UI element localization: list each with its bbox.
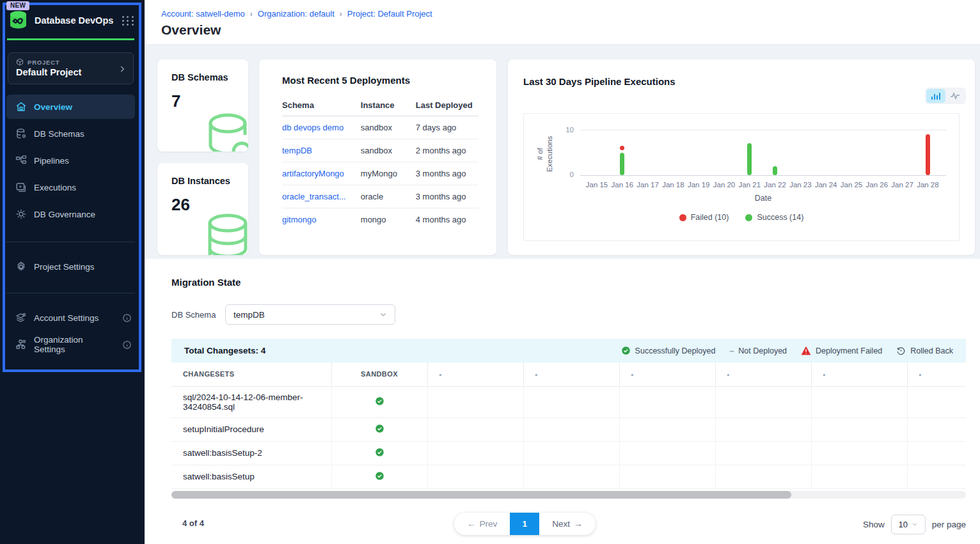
pagination-row: 4 of 4 ←Prev 1 Next→ Show 10 per page [171,513,966,536]
sidebar-item-executions[interactable]: Executions [6,175,135,199]
chart-type-toggle [925,88,966,104]
sidebar-item-label: Account Settings [34,313,99,323]
schema-link[interactable]: oracle_transact... [282,192,346,201]
chevron-right-icon: › [250,10,253,19]
sidebar-item-db-governance[interactable]: DB Governance [6,202,135,226]
sidebar-item-project-settings[interactable]: Project Settings [6,254,135,279]
y-tick-label: 10 [524,126,574,134]
pulse-line-icon [950,92,960,100]
sidebar-item-label: Project Settings [34,262,95,272]
info-icon[interactable] [122,313,132,323]
prev-page-button[interactable]: ←Prev [454,513,510,535]
sidebar-item-label: DB Governance [34,210,95,219]
column-header: - [619,362,715,386]
page-header: Account: satwell-demo › Organization: de… [145,0,980,45]
schema-link[interactable]: db devops demo [282,123,344,132]
status-legend: Successfully Deployed – Not Deployed Dep… [621,346,953,355]
check-circle-icon [375,471,384,481]
chevron-down-icon [912,521,918,527]
layers-gear-icon [15,312,27,323]
chevron-right-icon [118,65,127,74]
scrollbar-thumb[interactable] [171,491,791,499]
check-circle-icon [375,396,384,406]
table-row: db devops demo sandbox 7 days ago [282,116,478,139]
pipeline-executions-card: Last 30 Days Pipeline Executions # ofExe… [508,59,975,255]
x-tick-label: Jan 24 [812,181,840,189]
card-title: Most Recent 5 Deployments [282,75,478,86]
sidebar-item-account-settings[interactable]: Account Settings [6,306,138,330]
horizontal-scrollbar [171,491,966,499]
table-row: artifactoryMongo myMongo 3 months ago [282,162,478,185]
db-schema-label: DB Schema [171,310,225,320]
sidebar-accent-divider [7,38,134,40]
sidebar-item-organization-settings[interactable]: Organization Settings [6,332,138,357]
breadcrumb: Account: satwell-demo › Organization: de… [161,9,980,19]
bar-chart-icon [931,93,941,100]
per-page-label: per page [932,520,966,529]
legend-successfully-deployed: Successfully Deployed [621,346,716,355]
changesets-table: CHANGESETS SANDBOX - - - - - - sql/2024-… [171,362,966,489]
sidebar-item-pipelines[interactable]: Pipelines [6,148,135,173]
gear-icon [15,208,27,220]
x-tick-label: Jan 19 [684,181,713,189]
db-instances-card[interactable]: DB Instances 26 [157,163,248,255]
legend-item-success: Success (14) [745,213,803,222]
section-title: Migration State [171,277,966,288]
project-label: PROJECT [28,59,59,66]
breadcrumb-organization[interactable]: Organization: default [258,9,335,19]
line-chart-toggle-button[interactable] [945,89,965,103]
legend-not-deployed: – Not Deployed [729,346,787,355]
check-circle-icon [375,447,384,457]
changeset-row: satwell:basisSetup [171,465,966,488]
database-icon [15,128,27,139]
database-stack-icon [198,209,248,255]
sidebar-item-label: Executions [34,183,76,192]
table-row: gitmongo mongo 4 months ago [282,208,478,231]
breadcrumb-account[interactable]: Account: satwell-demo [161,9,245,19]
changesets-table-wrap: CHANGESETS SANDBOX - - - - - - sql/2024-… [171,362,966,489]
column-header: - [715,362,811,386]
legend-deployment-failed: Deployment Failed [801,346,882,355]
warning-triangle-icon [801,346,811,355]
y-tick-label: 0 [524,171,574,178]
breadcrumb-project[interactable]: Project: Default Project [347,9,432,19]
x-tick-label: Jan 28 [913,181,942,189]
x-axis-line [580,175,946,176]
column-header: - [907,362,966,386]
selected-schema: tempDB [233,310,265,320]
schema-link[interactable]: tempDB [282,146,312,155]
column-header: - [811,362,907,386]
home-icon [15,101,27,113]
changeset-name: satwell:basisSetup [171,465,331,488]
sidebar-item-overview[interactable]: Overview [6,95,135,119]
app-switcher-icon[interactable] [122,14,134,27]
changeset-name: satwell:basisSetup-2 [171,441,331,465]
stat-title: DB Schemas [171,72,248,82]
info-icon[interactable] [122,340,132,350]
db-schemas-card[interactable]: DB Schemas 7 [157,59,248,152]
success-bar [773,166,777,175]
gear-icon [15,261,27,272]
current-page-button[interactable]: 1 [510,513,539,535]
project-selector[interactable]: PROJECT Default Project [8,52,134,84]
sidebar-item-db-schemas[interactable]: DB Schemas [6,121,135,146]
chevron-right-icon: › [340,10,342,19]
bar-chart-toggle-button[interactable] [926,89,945,103]
org-chart-gear-icon [15,339,27,350]
x-tick-label: Jan 17 [634,181,662,189]
app-title: Database DevOps [35,15,122,26]
table-row: oracle_transact... oracle 3 months ago [282,185,478,208]
schema-link[interactable]: artifactoryMongo [282,169,344,178]
schema-link[interactable]: gitmongo [282,215,316,224]
x-tick-label: Jan 26 [863,181,891,189]
last-deployed-cell: 4 months ago [416,208,478,231]
db-schema-select[interactable]: tempDB [225,304,395,325]
column-header: - [427,362,523,386]
next-page-button[interactable]: Next→ [539,513,595,535]
legend-dot-failed [679,214,686,221]
check-circle-icon [621,346,631,355]
arrow-left-icon: ← [467,519,476,529]
chart-plot: # ofExecutions 10 0 Date Failed (10) Suc… [524,114,959,240]
page-size-select[interactable]: 10 [891,515,926,534]
database-outline-icon [202,109,248,152]
